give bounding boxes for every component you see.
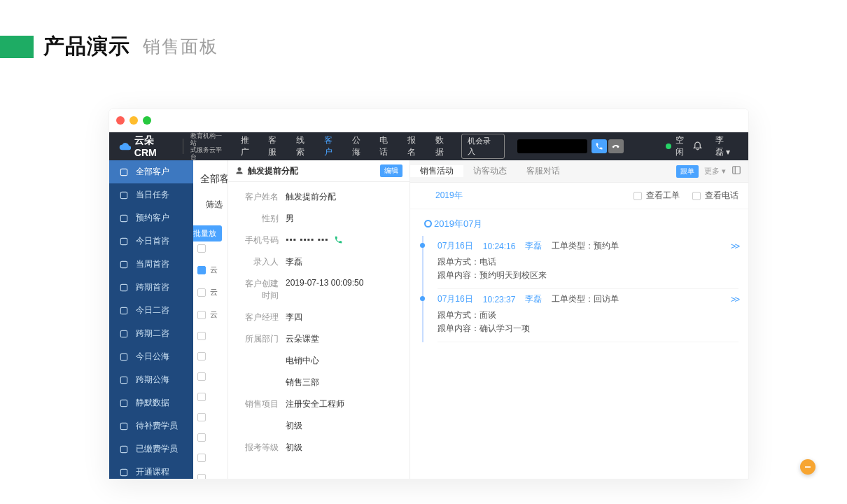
row-checkbox[interactable]	[197, 244, 206, 253]
table-row[interactable]: 云	[197, 287, 218, 298]
table-row[interactable]	[197, 393, 218, 401]
table-row[interactable]: 云	[197, 309, 218, 320]
edit-button[interactable]: 编辑	[380, 164, 402, 177]
year-label: 2019年	[420, 190, 463, 202]
table-row[interactable]	[197, 433, 218, 442]
fab-minimize-button[interactable]: –	[800, 459, 816, 475]
tabs-right: 跟单 更多 ▾	[676, 165, 748, 178]
followup-pill[interactable]: 跟单	[676, 165, 699, 178]
row-checkbox[interactable]	[197, 372, 206, 381]
sidebar-item-静默数据[interactable]: 静默数据	[109, 391, 193, 414]
sidebar-item-今日首咨[interactable]: 今日首咨	[109, 230, 193, 253]
nav-电话[interactable]: 电话	[379, 134, 396, 158]
detail-label: 报考等级	[238, 442, 286, 454]
svg-rect-11	[120, 423, 127, 429]
svg-rect-7	[120, 330, 127, 337]
tab-客服对话[interactable]: 客服对话	[517, 165, 570, 177]
sidebar-item-今日二咨[interactable]: 今日二咨	[109, 299, 193, 322]
row-peek-text: 云	[210, 287, 218, 298]
accent-block	[0, 36, 34, 58]
nav-公海[interactable]: 公海	[352, 134, 369, 158]
nav-推广[interactable]: 推广	[241, 134, 258, 158]
close-window-button[interactable]	[116, 116, 125, 125]
sidebar-item-label: 开通课程	[136, 466, 169, 478]
detail-value: ▪▪▪ ▪▪▪▪ ▪▪▪	[286, 234, 343, 246]
notifications-button[interactable]	[692, 140, 703, 153]
chat2-cross-icon	[119, 329, 129, 339]
svg-rect-15	[733, 167, 741, 174]
username-dropdown[interactable]: 李磊 ▾	[715, 134, 738, 158]
detail-label: 销售项目	[238, 398, 286, 410]
table-row[interactable]	[197, 244, 218, 253]
row-checkbox[interactable]	[197, 311, 206, 319]
row-checkbox[interactable]	[197, 413, 206, 421]
nav-客服[interactable]: 客服	[268, 134, 285, 158]
filter-orders-checkbox[interactable]: 查看工单	[634, 190, 680, 202]
minimize-window-button[interactable]	[130, 116, 138, 125]
row-checkbox[interactable]	[197, 474, 206, 479]
tab-访客动态[interactable]: 访客动态	[463, 165, 517, 177]
opportunity-entry-button[interactable]: 机会录入	[461, 134, 505, 159]
list-title: 全部客户	[200, 173, 228, 186]
table-row[interactable]	[197, 474, 218, 479]
table-row[interactable]	[197, 413, 218, 421]
maximize-window-button[interactable]	[143, 116, 151, 125]
sidebar-item-全部客户[interactable]: 全部客户	[109, 160, 193, 183]
row-checkbox[interactable]	[197, 332, 206, 340]
sidebar-item-已缴费学员[interactable]: 已缴费学员	[109, 438, 193, 461]
nav-数据[interactable]: 数据	[435, 134, 452, 158]
table-row[interactable]	[197, 372, 218, 381]
svg-rect-13	[120, 469, 127, 475]
row-checkbox[interactable]	[197, 352, 206, 360]
global-search-input[interactable]	[517, 139, 587, 153]
sidebar-item-待补费学员[interactable]: 待补费学员	[109, 414, 193, 438]
timeline-operator: 李磊	[525, 240, 542, 252]
sea-icon	[119, 352, 129, 362]
row-checkbox[interactable]	[197, 266, 206, 274]
nav-报名[interactable]: 报名	[407, 134, 424, 158]
nav-客户[interactable]: 客户	[324, 134, 341, 158]
phone-icon[interactable]	[334, 235, 343, 244]
expand-item-button[interactable]: >>	[731, 241, 738, 251]
sidebar-item-跨期二咨[interactable]: 跨期二咨	[109, 322, 193, 345]
panel-layout-button[interactable]	[732, 165, 741, 177]
body: 全部客户当日任务预约客户今日首咨当周首咨跨期首咨今日二咨跨期二咨今日公海跨期公海…	[109, 160, 748, 479]
timeline-operator: 李磊	[525, 293, 542, 305]
detail-row: 所属部门云朵课堂	[238, 328, 400, 350]
expand-item-button[interactable]: >>	[731, 294, 738, 304]
chat-icon	[119, 237, 129, 246]
sidebar-item-当日任务[interactable]: 当日任务	[109, 183, 193, 206]
sidebar-item-当周首咨[interactable]: 当周首咨	[109, 253, 193, 276]
logo-text: 云朵CRM	[134, 134, 176, 158]
detail-row: 销售项目注册安全工程师	[238, 393, 400, 415]
row-checkbox[interactable]	[197, 288, 206, 297]
row-checkbox[interactable]	[197, 393, 206, 401]
sidebar-item-预约客户[interactable]: 预约客户	[109, 206, 193, 230]
table-row[interactable]	[197, 352, 218, 360]
row-checkbox[interactable]	[197, 433, 206, 442]
tab-销售活动[interactable]: 销售活动	[410, 165, 463, 177]
detail-value: 李四	[286, 312, 302, 323]
table-row[interactable]	[197, 454, 218, 462]
nav-线索[interactable]: 线索	[296, 134, 313, 158]
sidebar-item-跨期公海[interactable]: 跨期公海	[109, 368, 193, 391]
call-button[interactable]	[592, 139, 607, 153]
sidebar-item-label: 静默数据	[136, 397, 169, 409]
hangup-button[interactable]	[608, 139, 624, 153]
sidebar-item-跨期首咨[interactable]: 跨期首咨	[109, 276, 193, 299]
table-row[interactable]	[197, 332, 218, 340]
table-row[interactable]: 云	[197, 265, 218, 275]
detail-label	[238, 377, 286, 388]
sidebar-item-今日公海[interactable]: 今日公海	[109, 345, 193, 368]
phone-icon	[595, 142, 603, 150]
bulk-release-button[interactable]: 批量放	[193, 225, 222, 241]
sidebar-item-开通课程[interactable]: 开通课程	[109, 461, 193, 479]
calendar-check-icon	[119, 190, 129, 200]
detail-value: 2019-07-13 00:09:50	[286, 278, 363, 302]
row-checkbox[interactable]	[197, 454, 206, 462]
filter-calls-checkbox[interactable]: 查看电话	[692, 190, 738, 202]
svg-rect-1	[120, 192, 127, 198]
more-dropdown[interactable]: 更多 ▾	[704, 166, 726, 176]
phone-down-icon	[612, 142, 620, 150]
detail-label	[238, 355, 286, 367]
